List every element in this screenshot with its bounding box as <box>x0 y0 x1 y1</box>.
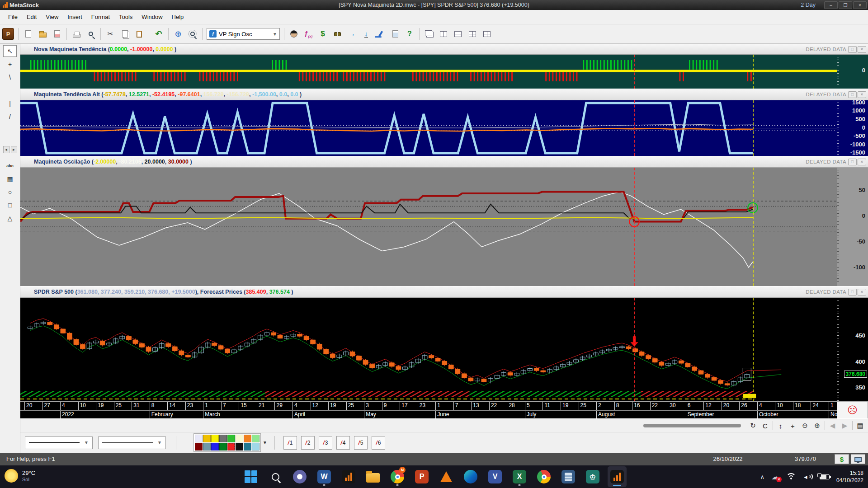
zoom-in-button[interactable]: ⊕ <box>811 420 823 431</box>
help-pointer-button[interactable]: ? <box>403 27 416 41</box>
taskbar-app-vlc[interactable] <box>437 466 456 487</box>
menu-window[interactable]: Window <box>137 11 167 23</box>
cut-button[interactable]: ✂ <box>104 27 117 41</box>
vertical-line-tool[interactable]: | <box>3 98 17 109</box>
report-button[interactable] <box>388 27 402 41</box>
menu-edit[interactable]: Edit <box>22 11 41 23</box>
taskbar-app-metastock[interactable] <box>339 466 358 487</box>
taskbar-app-edge[interactable] <box>461 466 480 487</box>
analyze-button[interactable] <box>374 27 387 41</box>
color-swatch[interactable] <box>211 443 219 450</box>
open-button[interactable] <box>36 27 49 41</box>
chart-template-button-3[interactable]: /3 <box>319 436 332 450</box>
panel-restore-button[interactable]: □ <box>848 91 857 98</box>
color-swatch[interactable] <box>219 443 227 450</box>
explorer-button[interactable] <box>287 27 301 41</box>
angled-line-tool[interactable]: / <box>3 111 17 122</box>
panel-restore-button[interactable]: □ <box>848 159 857 165</box>
panel-close-button[interactable]: × <box>858 289 866 296</box>
taskbar-app-powerpoint[interactable]: P <box>412 466 431 487</box>
rectangle-tool[interactable]: □ <box>3 199 17 211</box>
page-left-button[interactable]: ◀ <box>826 420 839 431</box>
paste-button[interactable] <box>132 27 146 41</box>
taskbar-app-visio[interactable]: V <box>486 466 505 487</box>
zoom-button[interactable] <box>186 27 199 41</box>
taskbar-app-chrome[interactable]: N <box>388 466 407 487</box>
tile-vertical-button[interactable] <box>437 27 450 41</box>
price-scale-maquineta-oscilacao[interactable]: 500-50-100 <box>837 168 868 286</box>
color-swatch[interactable] <box>227 443 235 450</box>
taskbar-app-chess[interactable]: ♔ <box>583 466 602 487</box>
text-tool[interactable]: abc <box>3 160 17 172</box>
taskbar-app-file-explorer[interactable] <box>363 466 382 487</box>
download-button[interactable]: ↓ <box>359 27 373 41</box>
color-swatch[interactable] <box>244 435 251 442</box>
menu-format[interactable]: Format <box>87 11 114 23</box>
palette-dropdown-arrow[interactable]: ▼ <box>263 440 267 445</box>
print-preview-button[interactable] <box>84 27 98 41</box>
chart-plot-spdr-sp500[interactable] <box>20 298 837 401</box>
tile-horizontal-button[interactable] <box>451 27 465 41</box>
price-scale-nova-maquineta-tendencia[interactable]: 0 <box>837 55 868 89</box>
horizontal-line-tool[interactable]: — <box>3 84 17 96</box>
color-swatch[interactable] <box>227 435 235 442</box>
taskbar-clock[interactable]: 15:18 04/10/2022 <box>836 469 863 484</box>
line-style-dropdown-1[interactable]: ▼ <box>25 436 93 449</box>
panel-close-button[interactable]: × <box>858 159 866 165</box>
zoom-out-button[interactable]: ⊖ <box>799 420 811 431</box>
color-swatch[interactable] <box>203 443 211 450</box>
color-swatch[interactable] <box>244 443 251 450</box>
chart-template-button-4[interactable]: /4 <box>336 436 350 450</box>
panel-close-button[interactable]: × <box>858 46 866 53</box>
minimize-button[interactable]: – <box>824 1 838 9</box>
trendline-tool[interactable]: \ <box>3 71 17 83</box>
menu-file[interactable]: File <box>4 11 22 23</box>
chart-template-button-2[interactable]: /2 <box>301 436 315 450</box>
new-chart-button[interactable] <box>21 27 35 41</box>
refresh-button[interactable]: ↻ <box>747 420 759 431</box>
power-console-button[interactable]: P <box>2 28 14 40</box>
weather-widget[interactable]: 29°C Sol <box>5 469 35 483</box>
taskbar-app-chrome-2[interactable] <box>534 466 553 487</box>
crosshair-tool[interactable]: + <box>3 58 17 70</box>
close-button[interactable]: × <box>853 1 867 9</box>
tile-grid-button[interactable] <box>466 27 479 41</box>
scrollbar-thumb[interactable] <box>643 424 741 427</box>
chart-plot-maquineta-oscilacao[interactable] <box>20 168 837 286</box>
color-swatch[interactable] <box>252 443 259 450</box>
color-swatch[interactable] <box>195 435 203 442</box>
grid-tool[interactable]: ▦ <box>3 173 17 185</box>
crosshair-button[interactable]: ⊕ <box>171 27 185 41</box>
taskbar-app-metastock-2[interactable] <box>608 466 627 487</box>
data-window-button[interactable]: ▤ <box>854 420 866 431</box>
volume-icon[interactable]: ◄ <box>803 473 813 480</box>
color-swatch[interactable] <box>219 435 227 442</box>
print-button[interactable] <box>70 27 83 41</box>
panel-close-button[interactable]: × <box>858 91 866 98</box>
dollar-button[interactable]: $ <box>835 454 849 464</box>
wifi-icon[interactable] <box>786 473 796 480</box>
tray-chevron-up-icon[interactable]: ∧ <box>760 474 764 480</box>
color-swatch[interactable] <box>195 443 203 450</box>
chart-template-button-1[interactable]: /1 <box>283 436 297 450</box>
menu-insert[interactable]: Insert <box>63 11 87 23</box>
taskbar-app-teams[interactable] <box>290 466 309 487</box>
window-options-button[interactable] <box>480 27 494 41</box>
taskbar-app-word[interactable]: W <box>315 466 334 487</box>
battery-charging-icon[interactable] <box>820 474 830 479</box>
menu-tools[interactable]: Tools <box>114 11 137 23</box>
pointer-tool[interactable]: ↖ <box>3 45 17 57</box>
taskbar-app-search[interactable] <box>266 466 285 487</box>
pan-button[interactable]: + <box>787 420 799 431</box>
price-scale-spdr-sp500[interactable]: 450400350376.680 <box>837 298 868 401</box>
taskbar-app-start[interactable] <box>241 466 260 487</box>
dollar-button[interactable]: $ <box>316 27 330 41</box>
save-button[interactable] <box>50 27 64 41</box>
chart-scrollbar[interactable]: ↻C↕+⊖⊕◀▶▤ <box>20 418 868 432</box>
page-right-button[interactable]: ▶ <box>839 420 851 431</box>
color-swatch[interactable] <box>211 435 219 442</box>
undo-button[interactable]: ↶ <box>152 27 165 41</box>
scan-button[interactable] <box>330 27 344 41</box>
go-button[interactable]: → <box>345 27 359 41</box>
auto-scale-button[interactable]: C <box>759 420 771 431</box>
